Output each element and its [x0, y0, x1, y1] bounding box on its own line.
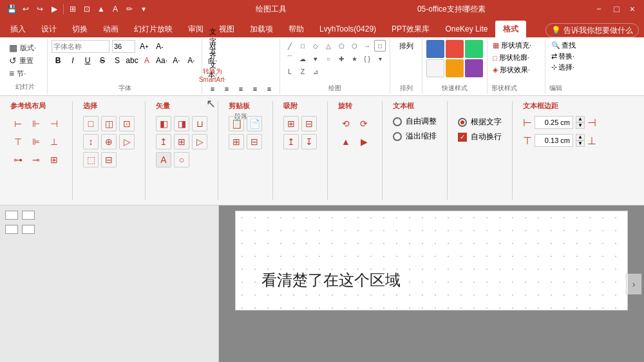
case-button[interactable]: Aa·: [155, 54, 168, 67]
shape-rect2[interactable]: □: [374, 40, 386, 52]
justify-button[interactable]: ≡: [249, 82, 261, 95]
select-icon1[interactable]: □: [83, 116, 99, 131]
highlight-button[interactable]: A·: [170, 54, 183, 67]
find-button[interactable]: 🔍 查找: [549, 40, 587, 51]
qat-start[interactable]: ▶: [48, 3, 61, 15]
charspacing-button[interactable]: abc: [126, 54, 138, 67]
ref-align-middle-v[interactable]: ⊫: [28, 134, 44, 149]
style-purple[interactable]: [465, 59, 483, 77]
ref-distribute-v[interactable]: ⊸: [28, 152, 44, 167]
flip-icon1[interactable]: ▲: [338, 134, 354, 149]
fontcolor-button[interactable]: A: [140, 54, 153, 67]
clipboard-icon3[interactable]: ⊞: [229, 134, 244, 149]
increase-font-button[interactable]: A+: [138, 40, 151, 53]
qat-extra4[interactable]: A: [109, 3, 122, 15]
tab-lvyhtools[interactable]: LvyhTools(0429): [312, 21, 384, 37]
slide-thumb-icon3[interactable]: [5, 225, 18, 234]
replace-button[interactable]: ⇄ 替换·: [549, 51, 587, 62]
vector-icon7[interactable]: A: [156, 152, 171, 167]
clipboard-icon4[interactable]: ⊟: [247, 134, 262, 149]
arrange-button[interactable]: 排列: [398, 40, 415, 52]
ref-align-left[interactable]: ⊢: [10, 116, 26, 131]
overflow-option[interactable]: 溢出缩排: [393, 131, 437, 142]
margin-v-up[interactable]: ▲: [576, 134, 585, 140]
shape-special[interactable]: ⊿: [310, 66, 321, 77]
select-icon2[interactable]: ◫: [101, 116, 117, 131]
shape-hex[interactable]: ⬡: [348, 40, 360, 52]
font-name-input[interactable]: [52, 40, 109, 53]
ref-align-bottom[interactable]: ⊥: [46, 134, 62, 149]
shape-outline-button[interactable]: □ 形状轮廓·: [491, 52, 541, 63]
shape-effect-button[interactable]: ◈ 形状效果·: [491, 64, 541, 75]
vector-icon5[interactable]: ⊞: [174, 134, 189, 149]
slide-nav-right[interactable]: ›: [626, 274, 641, 294]
section-button[interactable]: ≡ 节·: [6, 67, 43, 80]
vector-icon1[interactable]: ◧: [156, 116, 171, 131]
vector-icon8[interactable]: ○: [174, 152, 189, 167]
margin-h-down[interactable]: ▼: [576, 122, 585, 129]
qat-undo[interactable]: ↩: [19, 3, 32, 15]
shape-diamond[interactable]: ◇: [310, 40, 321, 52]
layout-button[interactable]: ▦ 版式·: [6, 41, 43, 54]
font-size-input[interactable]: [112, 40, 135, 53]
shape-callout[interactable]: ☁: [297, 53, 308, 64]
align-left-button[interactable]: ≡: [206, 82, 219, 95]
tab-ppteffects[interactable]: PPT效果库: [384, 21, 437, 37]
smartart-button[interactable]: 转换为 SmartArt·: [206, 68, 219, 81]
window-controls[interactable]: － □ ×: [591, 2, 639, 16]
autowrap-checkbox[interactable]: [458, 133, 467, 142]
adsorb-icon3[interactable]: ↥: [283, 134, 299, 149]
align-right-button[interactable]: ≡: [234, 82, 247, 95]
clipboard-icon2[interactable]: 📄: [247, 116, 262, 131]
tab-slideshow[interactable]: 幻灯片放映: [126, 21, 180, 37]
ref-align-right[interactable]: ⊣: [46, 116, 62, 131]
overflow-radio[interactable]: [393, 132, 402, 141]
select-icon8[interactable]: ⊟: [101, 152, 117, 167]
minimize-button[interactable]: －: [591, 2, 607, 16]
flip-icon2[interactable]: ▶: [356, 134, 372, 149]
margin-v-input[interactable]: [535, 134, 573, 147]
vector-icon6[interactable]: ▷: [192, 134, 207, 149]
clearformat-button[interactable]: A·: [185, 54, 198, 67]
free-adjust-option[interactable]: 自由调整: [393, 116, 437, 127]
quick-access-toolbar[interactable]: 💾 ↩ ↪ ▶ ⊞ ⊡ ▲ A ✏ ▾: [5, 3, 150, 15]
shadow-button[interactable]: S: [111, 54, 124, 67]
qat-extra1[interactable]: ⊞: [66, 3, 79, 15]
tab-help[interactable]: 帮助: [281, 21, 312, 37]
autowrap-option[interactable]: 自动换行: [458, 131, 502, 142]
shape-bracket[interactable]: { }: [361, 53, 373, 64]
style-blue[interactable]: [426, 40, 444, 58]
shape-zshape[interactable]: Z: [297, 66, 308, 77]
ref-align-center-h[interactable]: ⊩: [28, 116, 44, 131]
fit-text-option[interactable]: 根据文字: [458, 117, 502, 128]
shape-star[interactable]: ★: [348, 53, 360, 64]
style-green[interactable]: [465, 40, 483, 58]
select-icon5[interactable]: ⊕: [101, 134, 117, 149]
align-center-button[interactable]: ≡: [220, 82, 233, 95]
tab-design[interactable]: 设计: [33, 21, 64, 37]
margin-h-up[interactable]: ▲: [576, 116, 585, 122]
shape-cross[interactable]: ✚: [336, 53, 347, 64]
select-button[interactable]: ⊹ 选择·: [549, 62, 587, 73]
strikethrough-button[interactable]: S: [96, 54, 109, 67]
shape-more[interactable]: ▾: [374, 53, 386, 64]
margin-h-input[interactable]: [535, 116, 573, 129]
shape-triangle[interactable]: △: [323, 40, 334, 52]
qat-extra3[interactable]: ▲: [95, 3, 108, 15]
tab-addins[interactable]: 加载项: [242, 21, 281, 37]
tab-transitions[interactable]: 切换: [64, 21, 95, 37]
shape-arrow[interactable]: →: [361, 40, 373, 52]
qat-extra2[interactable]: ⊡: [80, 3, 93, 15]
ref-distribute-h[interactable]: ⊶: [10, 152, 26, 167]
vector-icon4[interactable]: ↥: [156, 134, 171, 149]
style-white[interactable]: [426, 59, 444, 77]
shape-fill-button[interactable]: ▦ 形状填充·: [491, 40, 541, 51]
shape-lshape[interactable]: L: [284, 66, 296, 77]
slide-canvas[interactable]: 看清楚了在这个区域: [235, 211, 628, 310]
style-orange[interactable]: [446, 59, 464, 77]
reset-button[interactable]: ↺ 重置: [6, 54, 43, 67]
tab-animation[interactable]: 动画: [95, 21, 126, 37]
qat-dropdown[interactable]: ▾: [137, 3, 150, 15]
slide-thumb-icon2[interactable]: [22, 211, 35, 220]
shape-line[interactable]: ╱: [284, 40, 296, 52]
